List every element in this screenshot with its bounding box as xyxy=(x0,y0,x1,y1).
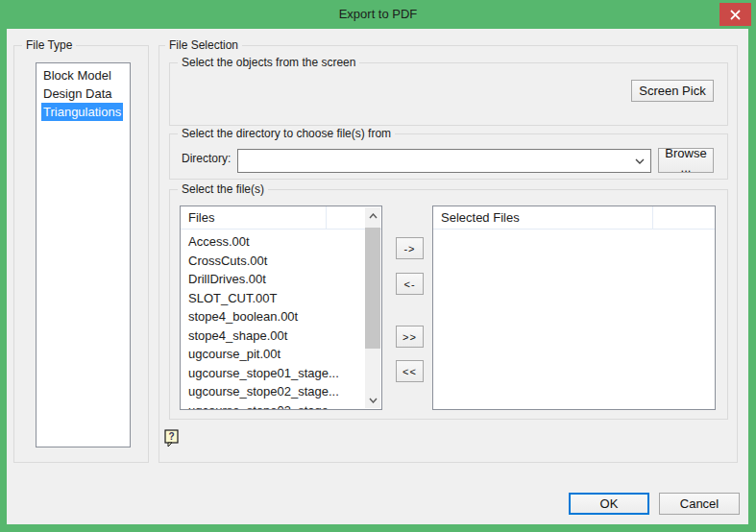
cancel-button[interactable]: Cancel xyxy=(659,493,740,515)
add-all-button[interactable]: >> xyxy=(396,326,424,348)
files-list[interactable]: Files Access.00tCrossCuts.00tDrillDrives… xyxy=(180,206,382,410)
select-objects-group: Select the objects from the screen Scree… xyxy=(169,62,728,126)
file-selection-group-label: File Selection xyxy=(165,38,242,52)
directory-field-label: Directory: xyxy=(182,147,231,171)
file-type-list[interactable]: Block ModelDesign DataTriangulations xyxy=(36,62,131,447)
select-directory-group: Select the directory to choose file(s) f… xyxy=(169,133,728,180)
dropdown-chevron-icon xyxy=(629,158,650,164)
file-selection-group: File Selection Select the objects from t… xyxy=(159,45,738,463)
window-border-right xyxy=(748,29,756,532)
scrollbar-thumb[interactable] xyxy=(365,228,380,349)
window-title: Export to PDF xyxy=(0,0,756,29)
files-column-header: Files xyxy=(188,206,214,229)
close-icon xyxy=(730,10,741,20)
selected-files-list[interactable]: Selected Files xyxy=(432,206,716,410)
selected-files-column-header: Selected Files xyxy=(441,206,520,229)
select-files-group: Select the file(s) Files Access.00tCross… xyxy=(169,189,728,420)
selected-files-header: Selected Files xyxy=(433,206,715,230)
scrollbar-track[interactable] xyxy=(365,224,380,392)
add-selected-button[interactable]: -> xyxy=(396,237,424,259)
list-item[interactable]: stope4_shape.00t xyxy=(181,326,365,346)
list-item[interactable]: ugcourse_stope02_stage... xyxy=(181,382,365,401)
help-icon: ? xyxy=(164,429,180,447)
scroll-down-icon[interactable] xyxy=(365,392,380,408)
file-type-item[interactable]: Triangulations xyxy=(37,103,130,121)
screen-pick-button[interactable]: Screen Pick xyxy=(631,80,714,102)
select-files-label: Select the file(s) xyxy=(178,182,268,196)
remove-all-button[interactable]: << xyxy=(396,360,424,382)
ok-button[interactable]: OK xyxy=(569,493,649,515)
list-item[interactable]: CrossCuts.00t xyxy=(181,252,365,271)
browse-button[interactable]: Browse ... xyxy=(658,148,714,173)
directory-combobox[interactable] xyxy=(237,149,651,173)
close-button[interactable] xyxy=(719,3,751,26)
files-list-header: Files xyxy=(181,206,381,230)
list-item[interactable]: DrillDrives.00t xyxy=(181,270,365,289)
column-divider xyxy=(326,206,327,229)
file-type-group: File Type Block ModelDesign DataTriangul… xyxy=(13,45,149,463)
column-divider xyxy=(652,206,653,229)
file-type-item[interactable]: Design Data xyxy=(37,85,130,103)
export-to-pdf-dialog: Export to PDF File Type Block ModelDesig… xyxy=(0,0,756,532)
list-item[interactable]: ugcourse_stope03_stage... xyxy=(181,401,365,410)
list-item[interactable]: stope4_boolean.00t xyxy=(181,307,365,326)
list-item[interactable]: SLOT_CUT.00T xyxy=(181,289,365,308)
list-item[interactable]: ugcourse_pit.00t xyxy=(181,345,365,364)
window-border-left xyxy=(0,29,7,532)
select-objects-label: Select the objects from the screen xyxy=(178,56,359,69)
help-button[interactable]: ? xyxy=(164,429,180,447)
window-border-bottom xyxy=(0,524,756,532)
list-item[interactable]: Access.00t xyxy=(181,232,365,252)
file-type-group-label: File Type xyxy=(22,38,76,52)
titlebar[interactable]: Export to PDF xyxy=(0,0,756,29)
file-type-item[interactable]: Block Model xyxy=(37,66,130,85)
svg-text:?: ? xyxy=(168,431,174,442)
files-list-items: Access.00tCrossCuts.00tDrillDrives.00tSL… xyxy=(181,230,365,409)
select-directory-label: Select the directory to choose file(s) f… xyxy=(178,127,395,140)
remove-selected-button[interactable]: <- xyxy=(396,273,424,295)
list-item[interactable]: ugcourse_stope01_stage... xyxy=(181,364,365,383)
files-list-scrollbar[interactable] xyxy=(365,207,380,408)
scroll-up-icon[interactable] xyxy=(365,207,380,224)
